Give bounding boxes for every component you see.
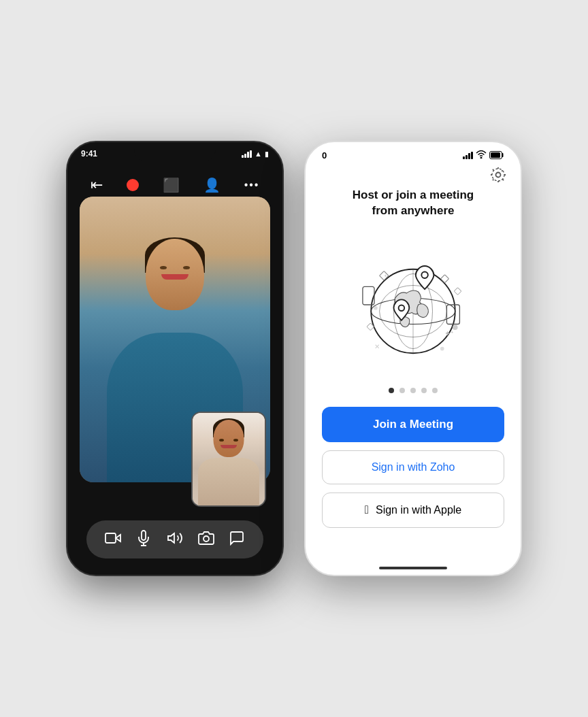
svg-rect-20 — [454, 288, 461, 295]
signal-bar-1 — [242, 155, 244, 158]
svg-rect-6 — [491, 152, 500, 158]
svg-point-27 — [440, 347, 444, 351]
speaker-toggle-button[interactable] — [167, 530, 183, 550]
phone-left: 9:41 ▲ ▮ ⇤ ⬛ 👤 ••• — [66, 141, 284, 576]
pip-body — [198, 458, 259, 505]
sig-1 — [463, 156, 465, 159]
svg-point-14 — [421, 271, 428, 278]
signal-bars-left — [242, 150, 252, 158]
person-face-detail — [154, 266, 195, 280]
add-participant-button[interactable]: 👤 — [203, 177, 220, 193]
scene: 9:41 ▲ ▮ ⇤ ⬛ 👤 ••• — [0, 0, 588, 717]
svg-point-15 — [399, 305, 405, 311]
sig-2 — [466, 155, 468, 159]
dot-2 — [399, 388, 405, 393]
sign-in-apple-button[interactable]: Sign in with Apple — [322, 493, 504, 528]
svg-rect-0 — [105, 533, 116, 543]
settings-button[interactable] — [489, 166, 507, 188]
right-headline: Host or join a meetingfrom anywhere — [353, 188, 474, 219]
signal-bars-right — [463, 152, 473, 159]
screen-share-button[interactable]: ⬛ — [163, 177, 180, 193]
status-icons-right — [463, 150, 504, 161]
flip-camera-button[interactable] — [198, 530, 214, 550]
phone-right: 0 — [304, 141, 522, 576]
camera-toggle-button[interactable] — [105, 530, 121, 550]
record-button[interactable] — [127, 179, 139, 191]
svg-point-4 — [203, 536, 209, 541]
toolbar-left: ⇤ ⬛ 👤 ••• — [67, 171, 282, 199]
chat-button[interactable] — [229, 530, 245, 550]
battery-icon-right — [489, 151, 504, 161]
status-bar-right: 0 — [306, 142, 521, 161]
svg-text:+: + — [384, 273, 387, 279]
status-bar-left: 9:41 ▲ ▮ — [67, 149, 282, 159]
status-time-right: 0 — [322, 150, 327, 161]
sig-4 — [471, 152, 473, 159]
right-main-content: Host or join a meetingfrom anywhere — [306, 188, 521, 528]
signal-bar-4 — [250, 150, 252, 158]
svg-text:✕: ✕ — [374, 342, 380, 350]
pagination-dots — [389, 388, 438, 393]
signal-bar-2 — [244, 154, 246, 158]
signal-bar-3 — [247, 152, 249, 158]
exit-button[interactable]: ⇤ — [91, 176, 103, 194]
settings-area — [306, 161, 521, 188]
svg-text:✦: ✦ — [444, 329, 451, 337]
sig-3 — [468, 153, 470, 159]
wifi-icon-left: ▲ — [255, 150, 262, 158]
pip-video-feed — [191, 412, 266, 507]
sign-in-zoho-button[interactable]: Sign in with Zoho — [322, 450, 504, 484]
more-options-button[interactable]: ••• — [244, 179, 260, 191]
globe-svg: ✦ ✕ + + — [348, 240, 478, 369]
battery-icon-left: ▮ — [265, 150, 269, 158]
wifi-icon-right — [476, 150, 487, 161]
svg-text:+: + — [451, 329, 454, 335]
dot-5 — [432, 388, 438, 393]
pip-face — [216, 439, 241, 448]
dot-3 — [410, 388, 416, 393]
dot-1 — [389, 388, 394, 393]
svg-point-7 — [496, 173, 501, 178]
svg-marker-3 — [168, 533, 174, 543]
home-indicator — [379, 567, 447, 569]
call-controls-bar — [86, 520, 263, 558]
status-time-left: 9:41 — [81, 149, 97, 159]
status-icons-left: ▲ ▮ — [242, 150, 269, 158]
dot-4 — [421, 388, 427, 393]
mic-toggle-button[interactable] — [135, 530, 152, 550]
svg-point-26 — [453, 324, 458, 330]
svg-point-28 — [374, 306, 378, 310]
join-meeting-button[interactable]: Join a Meeting — [322, 407, 504, 442]
globe-illustration: ✦ ✕ + + — [338, 230, 488, 380]
